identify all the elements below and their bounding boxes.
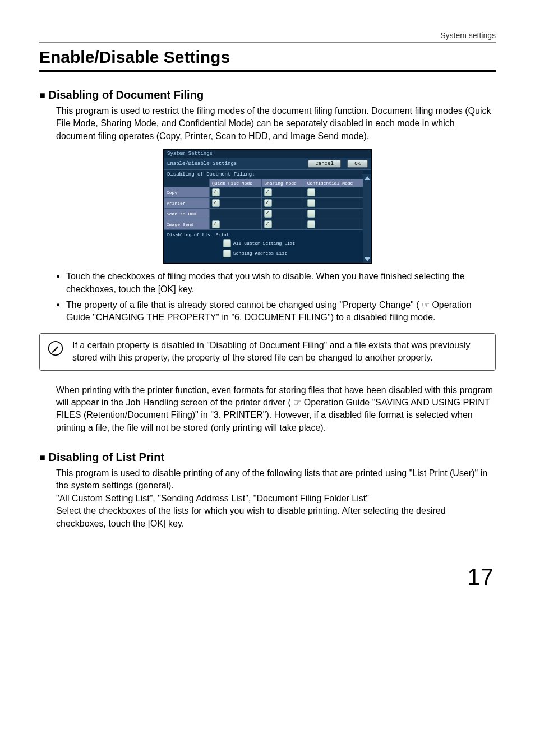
row-copy: Copy (164, 187, 210, 198)
row-image-send: Image Send (164, 219, 210, 230)
pencil-note-icon (48, 340, 63, 356)
checkbox[interactable] (307, 188, 315, 196)
checkbox[interactable] (212, 188, 220, 196)
section2-heading-text: Disabling of List Print (48, 451, 164, 463)
row-printer: Printer (164, 198, 210, 209)
ok-button[interactable]: OK (347, 160, 368, 168)
section2-heading: ■ Disabling of List Print (39, 451, 496, 464)
square-icon: ■ (39, 452, 45, 463)
checkbox[interactable] (223, 250, 231, 257)
ui-subbar: Enable/Disable Settings Cancel OK (164, 158, 371, 170)
note-text: If a certain property is disabled in "Di… (72, 340, 470, 362)
opt-sending-addr: Sending Address List (233, 251, 287, 256)
scroll-up-icon[interactable] (365, 176, 370, 180)
checkbox[interactable] (307, 220, 315, 228)
embedded-ui-screenshot: System Settings Enable/Disable Settings … (163, 149, 372, 264)
filing-mode-table: Quick File Mode Sharing Mode Confidentia… (164, 179, 363, 230)
checkbox[interactable] (264, 188, 272, 196)
cancel-button[interactable]: Cancel (308, 160, 340, 168)
checkbox[interactable] (264, 210, 272, 218)
col-quick-file: Quick File Mode (210, 179, 262, 187)
ui-system-settings-bar: System Settings (164, 150, 371, 158)
col-sharing: Sharing Mode (262, 179, 305, 187)
col-confidential: Confidential Mode (305, 179, 363, 187)
page-number: 17 (39, 564, 496, 591)
row-scan-hdd: Scan to HDD (164, 209, 210, 219)
paragraph-2: When printing with the printer function,… (56, 384, 496, 435)
checkbox[interactable] (307, 210, 315, 218)
running-header: System settings (39, 31, 496, 43)
scroll-down-icon[interactable] (365, 257, 370, 261)
checkbox[interactable] (307, 199, 315, 207)
bullet-2: The property of a file that is already s… (56, 299, 496, 324)
checkbox[interactable] (223, 239, 231, 247)
table-row: Image Send (164, 219, 363, 230)
ui-disabling-list-print-label: Disabling of List Print: (167, 232, 232, 237)
checkbox[interactable] (264, 199, 272, 207)
ui-disabling-doc-filing-label: Disabling of Document Filing: (164, 170, 363, 179)
section2-paragraph: This program is used to disable printing… (56, 467, 496, 530)
section1-heading-text: Disabling of Document Filing (48, 89, 204, 101)
table-row: Copy (164, 187, 363, 198)
checkbox[interactable] (264, 220, 272, 228)
page-title: Enable/Disable Settings (39, 48, 496, 72)
scrollbar[interactable] (363, 174, 371, 263)
checkbox[interactable] (212, 220, 220, 228)
ui-eds-label: Enable/Disable Settings (167, 161, 237, 167)
checkbox[interactable] (212, 199, 220, 207)
table-row: Scan to HDD (164, 209, 363, 219)
section1-heading: ■ Disabling of Document Filing (39, 89, 496, 102)
note-box: If a certain property is disabled in "Di… (39, 333, 496, 371)
table-row: Printer (164, 198, 363, 209)
opt-all-custom: All Custom Setting List (233, 241, 295, 246)
square-icon: ■ (39, 90, 45, 101)
bullet-1: Touch the checkboxes of filing modes tha… (56, 270, 496, 296)
section1-paragraph: This program is used to restrict the fil… (56, 105, 496, 142)
